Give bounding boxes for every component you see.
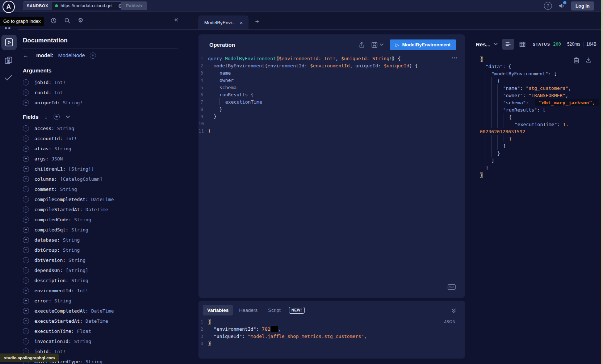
- code-line[interactable]: 7executionTime: [198, 98, 465, 105]
- code-line[interactable]: }: [480, 164, 602, 171]
- field-type[interactable]: String: [68, 258, 85, 263]
- collapse-variables-button[interactable]: [451, 307, 456, 313]
- code-line[interactable]: ]: [480, 157, 602, 164]
- code-line[interactable]: }: [480, 171, 602, 179]
- field-type[interactable]: String: [63, 247, 80, 253]
- endpoint-url-text[interactable]: https://metadata.cloud.get: [60, 3, 116, 8]
- add-field-icon[interactable]: +: [23, 288, 29, 294]
- field-type[interactable]: [String]: [66, 268, 88, 273]
- field-name[interactable]: description:: [34, 278, 68, 283]
- add-field-icon[interactable]: +: [23, 206, 29, 213]
- field-name[interactable]: args:: [34, 156, 49, 162]
- field-name[interactable]: compileStartedAt:: [34, 207, 83, 212]
- add-field-icon[interactable]: +: [23, 257, 29, 263]
- add-argument-icon[interactable]: +: [23, 89, 29, 96]
- add-field-icon[interactable]: +: [23, 166, 29, 172]
- field-name[interactable]: accountId:: [34, 136, 63, 141]
- copy-response-icon[interactable]: [573, 57, 579, 64]
- tab-model-by-environment[interactable]: ModelByEnvi... ×: [198, 16, 248, 29]
- response-title[interactable]: Res...: [476, 41, 490, 47]
- field-type[interactable]: DateTime: [91, 197, 114, 202]
- add-field-icon[interactable]: +: [23, 237, 29, 243]
- add-argument-icon[interactable]: +: [23, 79, 29, 85]
- add-field-icon[interactable]: +: [23, 146, 29, 152]
- field-name[interactable]: dbtGroup:: [34, 247, 60, 253]
- add-field-icon[interactable]: +: [23, 328, 29, 334]
- field-name[interactable]: childrenL1:: [34, 166, 66, 172]
- back-arrow-icon[interactable]: ←: [23, 52, 32, 59]
- add-field-icon[interactable]: +: [23, 196, 29, 202]
- apollo-logo[interactable]: A: [3, 1, 15, 13]
- field-name[interactable]: access:: [34, 126, 54, 131]
- field-type[interactable]: [String!]: [68, 166, 94, 172]
- response-json-viewer[interactable]: {"data": {"modelByEnvironment": [{"name"…: [471, 55, 602, 179]
- collapse-sidebar-icon[interactable]: «: [174, 15, 178, 24]
- code-line[interactable]: "schema": “dbt_mary_jackson”,: [480, 99, 602, 106]
- operation-menu-icon[interactable]: ⋯: [451, 54, 458, 62]
- field-type[interactable]: DateTime: [85, 318, 108, 324]
- new-tab-button[interactable]: +: [255, 18, 259, 25]
- field-type[interactable]: Int!: [77, 288, 88, 293]
- add-field-icon[interactable]: +: [23, 186, 29, 192]
- field-type[interactable]: String: [74, 217, 91, 222]
- share-operation-icon[interactable]: [359, 42, 365, 48]
- variables-editor[interactable]: 1{2"environmentId": 782,3"uniqueId": "mo…: [198, 318, 465, 347]
- add-field-icon[interactable]: +: [23, 308, 29, 314]
- code-line[interactable]: 5schema: [198, 84, 465, 91]
- code-line[interactable]: "modelByEnvironment": [: [480, 70, 602, 77]
- argument-type[interactable]: Int: [54, 90, 63, 95]
- code-line[interactable]: 10: [198, 120, 465, 127]
- code-line[interactable]: {: [480, 113, 602, 121]
- code-line[interactable]: 0023620128631592: [480, 128, 602, 135]
- field-type[interactable]: String: [71, 227, 88, 233]
- field-name[interactable]: dbtVersion:: [34, 258, 66, 263]
- field-type[interactable]: String: [71, 278, 88, 283]
- tab-variables[interactable]: Variables: [203, 305, 233, 315]
- save-operation-button[interactable]: [371, 42, 384, 48]
- code-line[interactable]: 6runResults {: [198, 91, 465, 98]
- code-line[interactable]: 3name: [198, 69, 465, 76]
- tab-headers[interactable]: Headers: [235, 305, 262, 315]
- help-icon[interactable]: ?: [544, 2, 552, 10]
- add-all-fields-icon[interactable]: +: [54, 114, 60, 120]
- tab-script[interactable]: Script: [264, 305, 285, 315]
- field-type[interactable]: String: [74, 339, 91, 344]
- publish-button[interactable]: Publish: [121, 1, 147, 10]
- keyboard-shortcuts-icon[interactable]: [448, 284, 456, 290]
- code-line[interactable]: "runResults": [: [480, 106, 602, 113]
- sort-fields-icon[interactable]: ↓: [45, 114, 47, 120]
- code-line[interactable]: 4owner: [198, 76, 465, 84]
- download-response-icon[interactable]: [586, 57, 592, 63]
- code-line[interactable]: ]: [480, 142, 602, 150]
- code-line[interactable]: 9}: [198, 113, 465, 120]
- code-line[interactable]: "data": {: [480, 63, 602, 70]
- login-button[interactable]: Log in: [571, 1, 594, 11]
- add-field-icon[interactable]: +: [23, 217, 29, 223]
- field-name[interactable]: alias:: [34, 146, 51, 151]
- sidebar-item-collections[interactable]: [5, 57, 12, 64]
- field-type[interactable]: String: [85, 359, 102, 364]
- argument-type[interactable]: String!: [63, 100, 83, 105]
- chevron-down-icon[interactable]: [66, 116, 70, 118]
- field-type[interactable]: String: [54, 298, 71, 304]
- argument-name[interactable]: jobId:: [34, 80, 51, 85]
- field-name[interactable]: dependsOn:: [34, 268, 63, 273]
- field-type[interactable]: [CatalogColumn]: [60, 176, 102, 182]
- field-name[interactable]: compiledSql:: [34, 227, 68, 233]
- code-line[interactable]: 3"uniqueId": "model.jaffle_shop_metrics.…: [198, 332, 465, 340]
- field-name[interactable]: compileCompletedAt:: [34, 197, 88, 202]
- sidebar-item-checks[interactable]: [4, 75, 12, 81]
- field-type[interactable]: DateTime: [91, 308, 114, 314]
- field-type[interactable]: DateTime: [85, 207, 108, 212]
- close-tab-icon[interactable]: ×: [240, 20, 243, 26]
- code-line[interactable]: 8}: [198, 105, 465, 113]
- add-field-icon[interactable]: +: [23, 298, 29, 304]
- field-name[interactable]: error:: [34, 298, 51, 304]
- field-name[interactable]: environmentId:: [34, 288, 74, 293]
- add-field-icon[interactable]: +: [23, 176, 29, 182]
- field-type[interactable]: JSON: [51, 156, 63, 162]
- add-field-icon[interactable]: +: [23, 267, 29, 273]
- field-type[interactable]: Float: [77, 329, 91, 334]
- field-name[interactable]: invocationId:: [34, 339, 71, 344]
- field-name[interactable]: database:: [34, 237, 60, 243]
